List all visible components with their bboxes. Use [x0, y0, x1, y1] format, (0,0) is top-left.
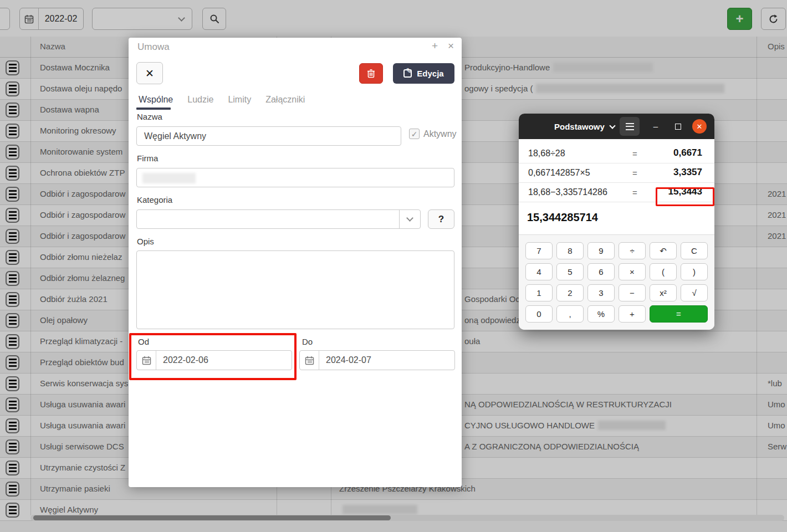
window-close-button[interactable]: ✕: [692, 119, 707, 134]
dialog-expand-icon[interactable]: +: [432, 40, 438, 52]
history-row[interactable]: 18,68÷28 = 0,6671: [519, 139, 714, 163]
calc-key-,[interactable]: ,: [556, 305, 584, 323]
calc-key-4[interactable]: 4: [525, 263, 553, 280]
calc-key-+[interactable]: +: [619, 305, 646, 323]
equals-sign: =: [632, 168, 637, 178]
tab-ludzie[interactable]: Ludzie: [187, 95, 213, 105]
delete-button[interactable]: [359, 63, 383, 84]
edit-button[interactable]: Edycja: [393, 63, 454, 84]
tab-wspolne[interactable]: Wspólne: [139, 95, 173, 105]
edit-icon: [403, 69, 412, 78]
calc-key-0[interactable]: 0: [525, 305, 553, 323]
kategoria-help-button[interactable]: ?: [428, 209, 454, 229]
firma-input[interactable]: [136, 168, 454, 187]
tab-zalaczniki[interactable]: Załączniki: [265, 95, 305, 105]
calculator-mode-selector[interactable]: Podstawowy: [554, 114, 615, 139]
dialog-title: Umowa: [137, 42, 170, 53]
history-result[interactable]: 3,3357: [673, 167, 702, 178]
calc-key-5[interactable]: 5: [556, 263, 584, 280]
trash-icon: [367, 69, 375, 78]
kategoria-select[interactable]: [136, 209, 421, 229]
aktywny-label: Aktywny: [423, 129, 457, 139]
chevron-down-icon[interactable]: [399, 210, 420, 228]
close-button[interactable]: ✕: [136, 62, 163, 84]
equals-sign: =: [632, 188, 637, 197]
calc-key-([interactable]: (: [650, 263, 677, 280]
tab-limity[interactable]: Limity: [228, 95, 251, 105]
annotation-box-calc-result: [656, 187, 714, 206]
calc-key-2[interactable]: 2: [556, 284, 584, 301]
calc-key-6[interactable]: 6: [587, 263, 615, 280]
dialog-tabs: Wspólne Ludzie Limity Załączniki: [139, 95, 305, 105]
calc-key-3[interactable]: 3: [587, 284, 615, 301]
calc-key-8[interactable]: 8: [556, 242, 584, 259]
calc-key-7[interactable]: 7: [525, 242, 553, 259]
calculator-mode-label: Podstawowy: [554, 122, 605, 131]
aktywny-checkbox[interactable]: ✓: [409, 129, 420, 139]
equals-sign: =: [632, 149, 637, 158]
calculator-titlebar[interactable]: Podstawowy – ✕: [519, 114, 714, 139]
history-result[interactable]: 0,6671: [673, 147, 702, 158]
history-row[interactable]: 0,667142857×5 = 3,3357: [519, 163, 714, 183]
firma-label: Firma: [137, 154, 158, 163]
history-expression: 18,68−3,335714286: [528, 187, 607, 197]
umowa-dialog: Umowa + × ✕ Edycja Wspólne Ludzie Limity…: [129, 38, 462, 487]
screen: 2022-02 + Nazwa Opis Dostawa Mocznika Pr…: [0, 0, 787, 532]
do-label: Do: [302, 337, 313, 346]
calc-key-×[interactable]: ×: [619, 263, 646, 280]
do-value[interactable]: 2024-02-07: [319, 355, 371, 365]
check-icon: ✓: [411, 130, 418, 139]
chevron-down-icon: [609, 122, 615, 129]
minimize-button[interactable]: –: [647, 118, 664, 135]
calc-key-1[interactable]: 1: [525, 284, 553, 301]
active-tab-underline: [136, 108, 171, 110]
calculator-keypad: 789÷↶C456×()123−x²√0,%+=: [519, 234, 714, 330]
menu-button[interactable]: [620, 117, 640, 136]
calc-key-=[interactable]: =: [650, 305, 708, 323]
calculator-display: 15,344285714: [519, 203, 714, 234]
display-value: 15,344285714: [527, 211, 598, 224]
calc-key-÷[interactable]: ÷: [619, 242, 646, 259]
calculator-window: Podstawowy – ✕ 18,68÷28 = 0,6671 0,66714…: [519, 114, 714, 330]
nazwa-value: Węgiel Aktywny: [144, 131, 206, 141]
calc-key-C[interactable]: C: [681, 242, 708, 259]
maximize-icon: [675, 124, 681, 130]
kategoria-label: Kategoria: [137, 195, 172, 204]
nazwa-label: Nazwa: [137, 112, 162, 121]
redacted-block: [142, 173, 196, 183]
history-expression: 0,667142857×5: [528, 168, 590, 178]
history-expression: 18,68÷28: [528, 149, 565, 158]
opis-textarea[interactable]: [136, 250, 454, 329]
calendar-icon[interactable]: [300, 351, 319, 370]
nazwa-input[interactable]: Węgiel Aktywny: [136, 126, 401, 146]
do-date-input[interactable]: 2024-02-07: [299, 350, 455, 370]
maximize-button[interactable]: [670, 118, 686, 135]
calc-key-)[interactable]: ): [681, 263, 708, 280]
calc-key-↶[interactable]: ↶: [650, 242, 677, 259]
annotation-box-od-field: [129, 333, 297, 380]
calc-key-%[interactable]: %: [587, 305, 615, 323]
calc-key-x²[interactable]: x²: [650, 284, 677, 301]
calc-key-√[interactable]: √: [681, 284, 708, 301]
calc-key-9[interactable]: 9: [587, 242, 615, 259]
calc-key-−[interactable]: −: [619, 284, 646, 301]
opis-label: Opis: [137, 237, 154, 246]
edit-button-label: Edycja: [417, 69, 443, 78]
dialog-close-icon[interactable]: ×: [448, 40, 454, 52]
